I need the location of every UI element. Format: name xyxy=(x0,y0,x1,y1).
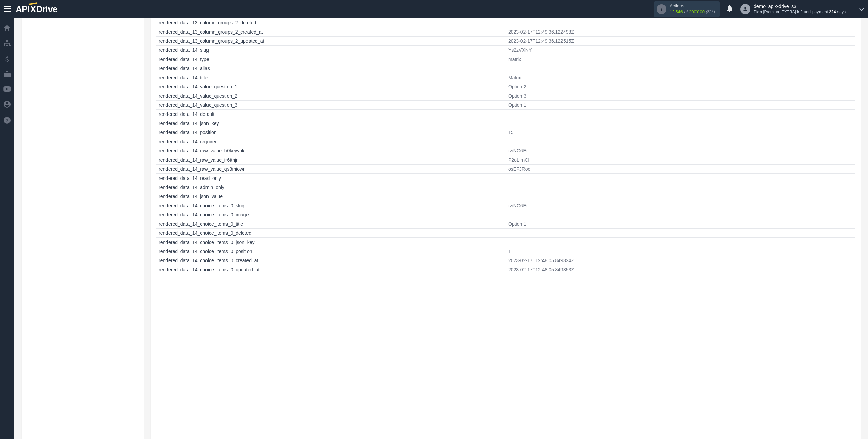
table-row: rendered_data_14_required xyxy=(156,137,855,146)
row-value: 15 xyxy=(506,128,855,137)
row-value: rziNG6Ei xyxy=(506,201,855,210)
table-row: rendered_data_14_choice_items_0_json_key xyxy=(156,238,855,247)
actions-count: 12'546 xyxy=(670,9,683,14)
actions-percent: (6%) xyxy=(705,9,715,14)
row-key: rendered_data_14_read_only xyxy=(156,174,506,183)
row-key: rendered_data_14_choice_items_0_position xyxy=(156,247,506,256)
row-value: 2023-02-17T12:48:05.849353Z xyxy=(506,265,855,274)
avatar-icon xyxy=(740,4,750,14)
table-row: rendered_data_14_json_value xyxy=(156,192,855,201)
plan-line: Plan |Premium EXTRA| left until payment … xyxy=(754,9,846,15)
user-circle-icon[interactable] xyxy=(3,101,11,109)
content: rendered_data_13_column_groups_2_deleted… xyxy=(14,18,868,439)
row-key: rendered_data_14_slug xyxy=(156,46,506,55)
logo[interactable]: APIDrive xyxy=(16,4,57,15)
menu-toggle-icon[interactable] xyxy=(4,5,11,13)
svg-rect-1 xyxy=(4,8,11,9)
info-icon: i xyxy=(657,4,666,14)
plan-days: 224 xyxy=(829,9,836,14)
table-row: rendered_data_14_choice_items_0_position… xyxy=(156,247,855,256)
row-value xyxy=(506,137,855,146)
data-table: rendered_data_13_column_groups_2_deleted… xyxy=(156,18,855,274)
home-icon[interactable] xyxy=(3,25,11,33)
row-key: rendered_data_14_value_question_3 xyxy=(156,101,506,110)
row-value xyxy=(506,229,855,238)
table-row: rendered_data_13_column_groups_2_created… xyxy=(156,27,855,37)
row-key: rendered_data_14_choice_items_0_created_… xyxy=(156,256,506,265)
briefcase-icon[interactable] xyxy=(3,71,11,79)
row-value xyxy=(506,18,855,27)
table-row: rendered_data_14_json_key xyxy=(156,119,855,128)
row-value xyxy=(506,64,855,73)
row-key: rendered_data_13_column_groups_2_deleted xyxy=(156,18,506,27)
row-key: rendered_data_13_column_groups_2_updated… xyxy=(156,37,506,46)
plan-days-suffix: days xyxy=(836,9,846,14)
actions-counter[interactable]: i Actions: 12'546 of 200'000 (6%) xyxy=(654,1,720,17)
row-key: rendered_data_14_raw_value_h0keyvbk xyxy=(156,146,506,155)
logo-drive: Drive xyxy=(36,4,58,15)
row-key: rendered_data_14_choice_items_0_updated_… xyxy=(156,265,506,274)
table-row: rendered_data_14_read_only xyxy=(156,174,855,183)
left-panel xyxy=(22,18,144,439)
dollar-icon[interactable] xyxy=(3,56,11,64)
row-value xyxy=(506,110,855,119)
row-value xyxy=(506,183,855,192)
table-row: rendered_data_14_choice_items_0_titleOpt… xyxy=(156,220,855,229)
row-key: rendered_data_14_title xyxy=(156,73,506,82)
row-value: 1 xyxy=(506,247,855,256)
row-key: rendered_data_14_position xyxy=(156,128,506,137)
table-row: rendered_data_14_choice_items_0_updated_… xyxy=(156,265,855,274)
row-key: rendered_data_14_default xyxy=(156,110,506,119)
svg-rect-6 xyxy=(9,45,11,46)
row-value: Option 1 xyxy=(506,101,855,110)
data-panel: rendered_data_13_column_groups_2_deleted… xyxy=(151,18,861,439)
bell-icon[interactable] xyxy=(727,5,733,14)
row-value: 2023-02-17T12:49:36.122515Z xyxy=(506,37,855,46)
table-row: rendered_data_14_raw_value_ir6tthjrP2oLf… xyxy=(156,155,855,165)
table-row: rendered_data_14_slugYs2zVXNY xyxy=(156,46,855,55)
row-key: rendered_data_14_raw_value_qs3miowr xyxy=(156,165,506,174)
row-value: osEFJRoe xyxy=(506,165,855,174)
svg-rect-3 xyxy=(6,40,8,42)
table-row: rendered_data_14_admin_only xyxy=(156,183,855,192)
question-icon[interactable]: ? xyxy=(3,117,11,125)
table-row: rendered_data_14_position15 xyxy=(156,128,855,137)
svg-rect-0 xyxy=(4,6,11,7)
table-row: rendered_data_14_choice_items_0_created_… xyxy=(156,256,855,265)
table-row: rendered_data_14_alias xyxy=(156,64,855,73)
row-key: rendered_data_13_column_groups_2_created… xyxy=(156,27,506,37)
svg-rect-4 xyxy=(4,45,5,46)
logo-x-icon xyxy=(30,4,36,15)
row-key: rendered_data_14_json_value xyxy=(156,192,506,201)
row-key: rendered_data_14_choice_items_0_json_key xyxy=(156,238,506,247)
row-value: 2023-02-17T12:48:05.849324Z xyxy=(506,256,855,265)
table-row: rendered_data_14_typematrix xyxy=(156,55,855,64)
row-value: Ys2zVXNY xyxy=(506,46,855,55)
row-value: P2oLfmCI xyxy=(506,155,855,165)
table-row: rendered_data_14_raw_value_qs3miowrosEFJ… xyxy=(156,165,855,174)
row-key: rendered_data_14_choice_items_0_slug xyxy=(156,201,506,210)
plan-mid: | left until payment xyxy=(795,9,829,14)
row-value: 2023-02-17T12:49:36.122498Z xyxy=(506,27,855,37)
svg-rect-5 xyxy=(6,45,8,46)
user-text: demo_apix-drive_s3 Plan |Premium EXTRA| … xyxy=(754,3,846,15)
row-value xyxy=(506,174,855,183)
user-menu[interactable]: demo_apix-drive_s3 Plan |Premium EXTRA| … xyxy=(740,3,864,15)
actions-label: Actions: xyxy=(670,3,715,9)
row-key: rendered_data_14_alias xyxy=(156,64,506,73)
logo-api: API xyxy=(16,4,30,15)
row-key: rendered_data_14_json_key xyxy=(156,119,506,128)
actions-total: 200'000 xyxy=(689,9,705,14)
youtube-icon[interactable] xyxy=(3,86,11,93)
actions-text: Actions: 12'546 of 200'000 (6%) xyxy=(670,3,715,15)
header: APIDrive i Actions: 12'546 of 200'000 (6… xyxy=(0,0,868,18)
row-key: rendered_data_14_value_question_2 xyxy=(156,91,506,101)
row-key: rendered_data_14_required xyxy=(156,137,506,146)
row-value: matrix xyxy=(506,55,855,64)
row-value: Option 3 xyxy=(506,91,855,101)
table-row: rendered_data_14_value_question_1Option … xyxy=(156,82,855,91)
row-key: rendered_data_14_admin_only xyxy=(156,183,506,192)
table-row: rendered_data_14_choice_items_0_image xyxy=(156,210,855,220)
row-value xyxy=(506,238,855,247)
sitemap-icon[interactable] xyxy=(3,40,11,48)
